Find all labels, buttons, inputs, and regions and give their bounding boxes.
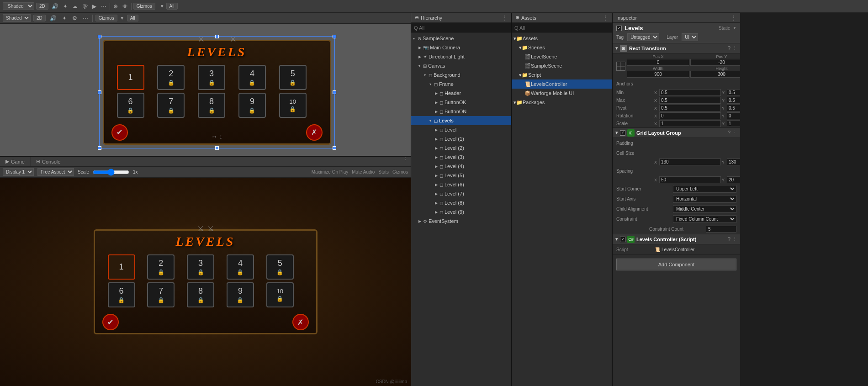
handle-tr[interactable] bbox=[333, 35, 336, 38]
game-level-7[interactable]: 7🔒 bbox=[147, 282, 175, 307]
hierarchy-item[interactable]: ▶◻Level (8) bbox=[411, 198, 511, 207]
handle-tl[interactable] bbox=[98, 35, 101, 38]
asset-item[interactable]: 📦Warforge Mobile UI bbox=[512, 89, 612, 98]
level-cell-9[interactable]: 9🔒 bbox=[238, 93, 266, 118]
pivot-y[interactable] bbox=[727, 105, 740, 111]
scale-slider[interactable] bbox=[93, 169, 129, 176]
hierarchy-item[interactable]: ▶◻ButtonON bbox=[411, 107, 511, 116]
game-level-3[interactable]: 3🔒 bbox=[187, 254, 214, 280]
asset-item[interactable]: ▾📁Assets bbox=[512, 34, 612, 43]
game-level-9[interactable]: 9🔒 bbox=[227, 282, 254, 307]
grid-help-btn[interactable]: ? bbox=[728, 130, 730, 136]
level-cell-5[interactable]: 5🔒 bbox=[279, 65, 307, 90]
anchor-grid-btn[interactable] bbox=[616, 62, 625, 71]
asset-item[interactable]: ▾📁Packages bbox=[512, 98, 612, 107]
level-cell-7[interactable]: 7🔒 bbox=[157, 93, 185, 118]
anchors-max-y[interactable] bbox=[727, 97, 740, 104]
assets-search[interactable] bbox=[512, 23, 612, 33]
hierarchy-item[interactable]: ▾⊞Canvas bbox=[411, 61, 511, 70]
scene-hidden-btn[interactable]: ⚙ bbox=[71, 15, 79, 22]
hierarchy-item[interactable]: ▶◻Level (3) bbox=[411, 153, 511, 162]
anchors-min-x[interactable] bbox=[659, 89, 721, 96]
hierarchy-item[interactable]: ▶◻Level (1) bbox=[411, 134, 511, 143]
rect-transform-header[interactable]: ▾ ⊞ Rect Transform ? ⋮ bbox=[613, 43, 740, 53]
spacing-y-input[interactable] bbox=[727, 176, 740, 183]
inspector-menu-btn[interactable]: ⋮ bbox=[731, 15, 736, 21]
tag-select[interactable]: Untagged bbox=[627, 33, 659, 41]
constraint-count-input[interactable] bbox=[706, 226, 736, 233]
rotation-x[interactable] bbox=[659, 112, 721, 119]
handle-ml[interactable] bbox=[98, 90, 101, 94]
scale-y[interactable] bbox=[727, 120, 740, 127]
display-select[interactable]: Display 1 bbox=[3, 168, 34, 176]
hierarchy-item[interactable]: ▶◻ButtonOK bbox=[411, 98, 511, 107]
add-component-button[interactable]: Add Component bbox=[616, 259, 736, 270]
hierarchy-item[interactable]: ▶◻Level (2) bbox=[411, 143, 511, 153]
start-corner-select[interactable]: Upper Left bbox=[673, 185, 736, 193]
fog-toggle[interactable]: 🌫 bbox=[81, 3, 89, 10]
anchors-max-x[interactable] bbox=[659, 97, 721, 104]
tab-game[interactable]: ▶ Game bbox=[0, 157, 31, 166]
scene-audio-btn[interactable]: 🔊 bbox=[48, 15, 58, 22]
level-cell-6[interactable]: 6🔒 bbox=[117, 93, 144, 118]
grid-enabled-checkbox[interactable]: ✔ bbox=[620, 130, 625, 136]
game-x-button[interactable]: ✗ bbox=[292, 314, 309, 330]
spacing-x-input[interactable] bbox=[659, 176, 721, 183]
hierarchy-item[interactable]: ▶◻Level (9) bbox=[411, 207, 511, 217]
panel-menu-btn[interactable]: ⋮ bbox=[400, 157, 411, 166]
hierarchy-item[interactable]: ▶◻Level (7) bbox=[411, 189, 511, 198]
level-cell-4[interactable]: 4🔒 bbox=[238, 65, 266, 90]
game-ok-button[interactable]: ✔ bbox=[102, 314, 119, 330]
hierarchy-item[interactable]: ▾◻Background bbox=[411, 70, 511, 79]
rotation-y[interactable] bbox=[727, 112, 740, 119]
hierarchy-item[interactable]: ▶☀Directional Light bbox=[411, 52, 511, 61]
start-axis-select[interactable]: Horizontal bbox=[673, 195, 736, 203]
grid-layout-header[interactable]: ▾ ✔ ⊞ Grid Layout Group ? ⋮ bbox=[613, 128, 740, 138]
asset-item[interactable]: 🎬SampleScene bbox=[512, 61, 612, 70]
handle-mr[interactable] bbox=[333, 90, 336, 94]
layer-select[interactable]: UI bbox=[682, 33, 698, 41]
game-level-1[interactable]: 1 bbox=[108, 254, 135, 280]
pivot-x[interactable] bbox=[659, 105, 721, 111]
effects-toggle[interactable]: ✦ bbox=[62, 3, 69, 10]
asset-item[interactable]: 🎬LevelScene bbox=[512, 52, 612, 61]
asset-item[interactable]: ▾📁Script bbox=[512, 70, 612, 79]
constraint-select[interactable]: Fixed Column Count bbox=[673, 215, 736, 223]
hierarchy-item[interactable]: ▶⚙EventSystem bbox=[411, 217, 511, 226]
game-gizmos-btn[interactable]: Gizmos bbox=[392, 169, 408, 174]
hierarchy-item[interactable]: ▶◻Level (5) bbox=[411, 171, 511, 180]
lc-help-btn[interactable]: ? bbox=[728, 236, 730, 242]
object-enabled-checkbox[interactable]: ✔ bbox=[616, 26, 622, 31]
shading-mode-select[interactable]: Shaded bbox=[3, 2, 34, 10]
hierarchy-item[interactable]: ▶◻Level (6) bbox=[411, 180, 511, 189]
scene-more-btn[interactable]: ⋯ bbox=[81, 15, 90, 22]
level-cell-1[interactable]: 1 bbox=[117, 65, 144, 90]
hierarchy-item[interactable]: ▶◻Header bbox=[411, 89, 511, 98]
scene-all-btn[interactable]: All bbox=[127, 15, 138, 21]
cell-y-input[interactable] bbox=[727, 159, 740, 165]
game-level-2[interactable]: 2🔒 bbox=[147, 254, 175, 280]
scene-gizmos-btn[interactable]: Gizmos bbox=[95, 15, 117, 21]
level-cell-3[interactable]: 3🔒 bbox=[198, 65, 225, 90]
handle-bm[interactable] bbox=[215, 146, 219, 150]
hierarchy-item[interactable]: ▶◻Level (4) bbox=[411, 162, 511, 171]
lc-enabled-checkbox[interactable]: ✔ bbox=[620, 237, 625, 242]
hierarchy-item[interactable]: ▶◻Level bbox=[411, 125, 511, 134]
hidden-btn[interactable]: 👁 bbox=[121, 3, 129, 10]
lc-menu-btn[interactable]: ⋮ bbox=[732, 236, 737, 242]
game-level-8[interactable]: 8🔒 bbox=[187, 282, 214, 307]
level-cell-2[interactable]: 2🔒 bbox=[157, 65, 185, 90]
scale-x[interactable] bbox=[659, 120, 721, 127]
hierarchy-search[interactable] bbox=[411, 23, 511, 33]
hierarchy-item[interactable]: ▾◻Frame bbox=[411, 79, 511, 89]
rect-transform-menu-btn[interactable]: ⋮ bbox=[732, 45, 737, 51]
level-cell-8[interactable]: 8🔒 bbox=[198, 93, 225, 118]
2d-toggle[interactable]: 2D bbox=[36, 3, 48, 10]
level-cell-10[interactable]: 10🔒 bbox=[279, 93, 307, 118]
pos-x-input[interactable] bbox=[627, 59, 689, 66]
anim-toggle[interactable]: ▶ bbox=[91, 3, 98, 10]
game-level-6[interactable]: 6🔒 bbox=[108, 282, 135, 307]
hierarchy-item[interactable]: ▾⊙SampleScene bbox=[411, 34, 511, 43]
mute-audio-btn[interactable]: Mute Audio bbox=[352, 169, 375, 174]
center-btn[interactable]: ⊕ bbox=[112, 3, 119, 10]
